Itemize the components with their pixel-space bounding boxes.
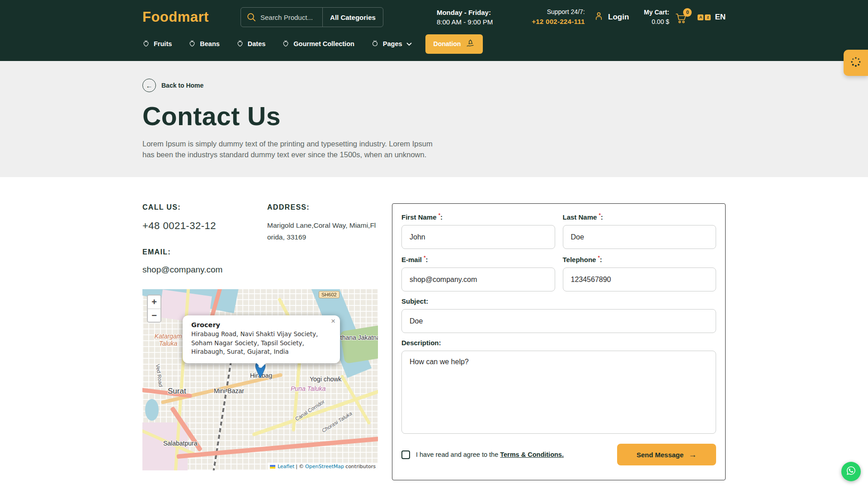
send-label: Send Message <box>637 451 684 459</box>
leaflet-map[interactable]: SH602 Katargam Taluka Sarthana Jakatna H… <box>142 289 378 470</box>
strawberry-icon <box>142 39 150 48</box>
contact-form: First Name *: Last Name *: E-mail *: Tel… <box>392 203 726 480</box>
email-field-group: E-mail *: <box>401 255 555 291</box>
strawberry-icon <box>189 39 196 48</box>
terms-link[interactable]: Terms & Conditions. <box>500 451 564 458</box>
arrow-right-icon: → <box>689 450 697 460</box>
email-input[interactable] <box>401 267 555 291</box>
contact-email[interactable]: shop@company.com <box>142 265 267 275</box>
search-input[interactable] <box>256 14 322 21</box>
last-name-label: Last Name *: <box>563 212 717 221</box>
terms-agreement: I have read and agree to the Terms & Con… <box>401 450 564 459</box>
support-label: Support 24/7: <box>532 7 585 17</box>
last-name-input[interactable] <box>563 225 717 249</box>
back-label: Back to Home <box>161 82 203 89</box>
nav-item-dates[interactable]: Dates <box>236 39 266 48</box>
strawberry-icon <box>282 39 289 48</box>
login-button[interactable]: Login <box>594 11 629 23</box>
map-park-area <box>340 325 378 364</box>
address-label: ADDRESS: <box>267 203 379 211</box>
search-bar: All Categories <box>241 7 383 27</box>
whatsapp-icon <box>845 465 857 478</box>
nav-item-fruits[interactable]: Fruits <box>142 39 172 48</box>
popup-close-icon[interactable]: × <box>331 317 335 325</box>
main-nav: Fruits Beans Dates Gourmet Collection Pa… <box>142 33 726 54</box>
zoom-in-button[interactable]: + <box>148 296 160 309</box>
terms-checkbox[interactable] <box>401 450 410 459</box>
cart-amount: 0.00 $ <box>644 17 669 27</box>
nav-label: Dates <box>248 40 266 47</box>
support-info: Support 24/7: +12 002-224-111 <box>532 7 585 27</box>
demo-settings-toggle-button[interactable] <box>844 50 868 76</box>
map-zoom-control: + − <box>147 295 161 323</box>
nav-label: Beans <box>200 40 220 47</box>
description-textarea[interactable]: How can we help? <box>401 351 716 434</box>
whatsapp-button[interactable] <box>841 462 861 481</box>
call-us-label: CALL US: <box>142 203 267 211</box>
map-label: Surat <box>168 387 186 396</box>
contact-phone[interactable]: +48 0021-32-12 <box>142 220 267 232</box>
donation-hand-bell-icon <box>466 39 475 49</box>
attribution-separator: | <box>296 464 297 469</box>
donation-button[interactable]: Donation <box>425 34 483 54</box>
map-label: Salabatpura <box>163 440 198 447</box>
nav-item-beans[interactable]: Beans <box>189 39 220 48</box>
nav-item-pages[interactable]: Pages <box>371 39 412 48</box>
translate-icon-a: A <box>698 14 703 20</box>
nav-item-gourmet-collection[interactable]: Gourmet Collection <box>282 39 354 48</box>
page-hero: ← Back to Home Contact Us Lorem Ipsum is… <box>0 61 868 177</box>
contact-address: Marigold Lane,Coral Way, Miami,Florida, … <box>267 220 379 244</box>
cart-summary: My Cart: 0.00 $ <box>644 8 669 27</box>
first-name-field-group: First Name *: <box>401 212 555 249</box>
logo[interactable]: Foodmart <box>142 9 209 25</box>
telephone-field-group: Telephone *: <box>563 255 717 291</box>
support-phone[interactable]: +12 002-224-111 <box>532 17 585 27</box>
map-label: Puna Taluka <box>291 385 326 392</box>
language-code: EN <box>715 13 726 22</box>
email-label: EMAIL: <box>142 248 267 256</box>
telephone-input[interactable] <box>563 267 717 291</box>
site-header: Foodmart All Categories Monday - Friday:… <box>0 0 868 61</box>
map-label: Katargam Taluka <box>151 333 186 347</box>
hours-days: Monday - Friday: <box>437 8 493 17</box>
back-to-home-link[interactable]: ← Back to Home <box>142 79 203 92</box>
page-title: Contact Us <box>142 101 726 131</box>
login-label: Login <box>608 13 629 22</box>
popup-title: Grocery <box>191 321 331 328</box>
user-icon <box>594 11 604 23</box>
nav-label: Pages <box>383 40 402 47</box>
first-name-input[interactable] <box>401 225 555 249</box>
opening-hours: Monday - Friday: 8:00 AM - 9:00 PM <box>437 8 493 27</box>
telephone-label: Telephone *: <box>563 255 717 263</box>
cart-button[interactable]: 0 <box>675 13 688 26</box>
last-name-field-group: Last Name *: <box>563 212 717 249</box>
openstreetmap-link[interactable]: OpenStreetMap <box>305 464 344 469</box>
map-popup: Grocery Hirabaug Road, Navi Shakti Vijay… <box>183 315 340 363</box>
send-message-button[interactable]: Send Message → <box>617 444 716 465</box>
translate-icon-z: z <box>705 14 711 20</box>
leaflet-link[interactable]: Leaflet <box>278 464 294 469</box>
first-name-label: First Name *: <box>401 212 555 221</box>
language-switcher[interactable]: A z EN <box>698 13 726 22</box>
page-description: Lorem Ipsum is simply dummy text of the … <box>142 139 435 160</box>
email-field-label: E-mail *: <box>401 255 555 263</box>
map-attribution: Leaflet | © OpenStreetMap contributors <box>268 463 378 470</box>
strawberry-icon <box>236 39 244 48</box>
map-label: Yogi chowk <box>310 375 341 383</box>
search-icon <box>247 13 256 22</box>
zoom-out-button[interactable]: − <box>148 309 160 322</box>
cart-label: My Cart: <box>644 8 669 17</box>
subject-field-group: Subject: <box>401 297 716 333</box>
ukraine-flag-icon <box>270 465 275 469</box>
copyright-symbol: © <box>299 464 304 469</box>
description-field-group: Description: How can we help? <box>401 339 716 436</box>
subject-input[interactable] <box>401 309 716 333</box>
nav-label: Gourmet Collection <box>293 40 354 47</box>
contact-section: CALL US: +48 0021-32-12 EMAIL: shop@comp… <box>142 203 726 480</box>
call-email-block: CALL US: +48 0021-32-12 EMAIL: shop@comp… <box>142 203 267 275</box>
categories-dropdown[interactable]: All Categories <box>323 14 383 21</box>
description-label: Description: <box>401 339 716 347</box>
subject-label: Subject: <box>401 297 716 305</box>
map-road-shield: SH602 <box>319 291 340 298</box>
donation-label: Donation <box>434 40 461 47</box>
